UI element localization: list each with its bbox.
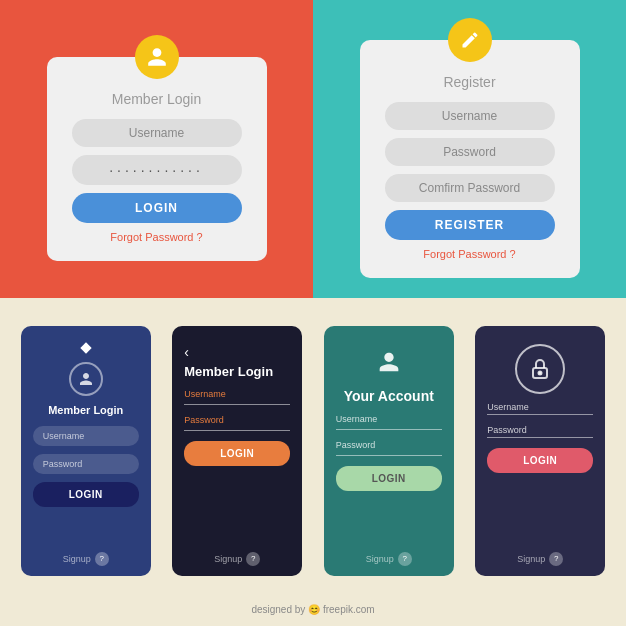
forgot-password-link[interactable]: Forgot Password ?	[72, 231, 242, 243]
mobile3-username-input[interactable]	[336, 426, 442, 430]
mobile3-password-input[interactable]	[336, 452, 442, 456]
mobile3-footer: Signup ?	[324, 552, 454, 566]
password-input-display[interactable]: ············	[72, 155, 242, 185]
mobile2-username-label: Username	[184, 389, 290, 399]
avatar-icon	[135, 35, 179, 79]
register-password-input[interactable]: Password	[385, 138, 555, 166]
bottom-half: Member Login Username Password LOGIN Sig…	[0, 298, 626, 593]
mobile3-login-button[interactable]: LOGIN	[336, 466, 442, 491]
mobile-card-1: Member Login Username Password LOGIN Sig…	[21, 326, 151, 576]
mobile3-user-icon	[371, 344, 407, 380]
watermark-bar: designed by 😊 freepik.com	[0, 593, 626, 626]
register-card: Register Username Password Comfirm Passw…	[360, 40, 580, 278]
back-arrow[interactable]: ‹	[184, 344, 290, 360]
mobile2-password-input[interactable]	[184, 427, 290, 431]
register-username-input[interactable]: Username	[385, 102, 555, 130]
register-avatar-icon	[448, 18, 492, 62]
mobile2-login-button[interactable]: LOGIN	[184, 441, 290, 466]
mobile-card-3: Your Account Username Password LOGIN Sig…	[324, 326, 454, 576]
mobile3-title: Your Account	[336, 388, 442, 404]
register-panel: Register Username Password Comfirm Passw…	[313, 0, 626, 298]
mobile4-footer: Signup ?	[475, 552, 605, 566]
mobile3-help[interactable]: ?	[398, 552, 412, 566]
mobile3-signup-link[interactable]: Signup	[366, 554, 394, 564]
diamond-icon	[80, 342, 91, 353]
member-login-panel: Member Login Username ············ LOGIN…	[0, 0, 313, 298]
login-button[interactable]: LOGIN	[72, 193, 242, 223]
mobile-avatar-1	[69, 362, 103, 396]
mobile4-password-input[interactable]	[487, 437, 593, 438]
mobile2-footer: Signup ?	[172, 552, 302, 566]
mobile1-signup-link[interactable]: Signup	[63, 554, 91, 564]
register-button[interactable]: REGISTER	[385, 210, 555, 240]
watermark-text: designed by 😊 freepik.com	[251, 604, 374, 615]
mobile4-signup-link[interactable]: Signup	[517, 554, 545, 564]
username-input-display[interactable]: Username	[72, 119, 242, 147]
mobile1-title: Member Login	[33, 404, 139, 416]
mobile3-username-label: Username	[336, 414, 442, 424]
mobile-card-4: Username Password LOGIN Signup ?	[475, 326, 605, 576]
mobile2-help[interactable]: ?	[246, 552, 260, 566]
mobile4-username-label: Username	[487, 402, 593, 412]
login-card-title: Member Login	[72, 91, 242, 107]
mobile2-title: Member Login	[184, 364, 290, 379]
mobile1-help[interactable]: ?	[95, 552, 109, 566]
mobile1-password[interactable]: Password	[33, 454, 139, 474]
svg-point-1	[539, 371, 542, 374]
mobile-card-2: ‹ Member Login Username Password LOGIN S…	[172, 326, 302, 576]
mobile4-login-button[interactable]: LOGIN	[487, 448, 593, 473]
mobile4-username-input[interactable]	[487, 414, 593, 415]
mobile2-password-label: Password	[184, 415, 290, 425]
top-half: Member Login Username ············ LOGIN…	[0, 0, 626, 298]
mobile1-username[interactable]: Username	[33, 426, 139, 446]
member-login-card: Member Login Username ············ LOGIN…	[47, 57, 267, 261]
mobile4-help[interactable]: ?	[549, 552, 563, 566]
mobile1-footer: Signup ?	[21, 552, 151, 566]
register-forgot-link[interactable]: Forgot Password ?	[385, 248, 555, 260]
mobile4-password-label: Password	[487, 425, 593, 435]
register-card-title: Register	[385, 74, 555, 90]
lock-icon	[515, 344, 565, 394]
register-confirm-input[interactable]: Comfirm Password	[385, 174, 555, 202]
mobile1-login-button[interactable]: LOGIN	[33, 482, 139, 507]
mobile2-signup-link[interactable]: Signup	[214, 554, 242, 564]
mobile3-password-label: Password	[336, 440, 442, 450]
mobile2-username-input[interactable]	[184, 401, 290, 405]
